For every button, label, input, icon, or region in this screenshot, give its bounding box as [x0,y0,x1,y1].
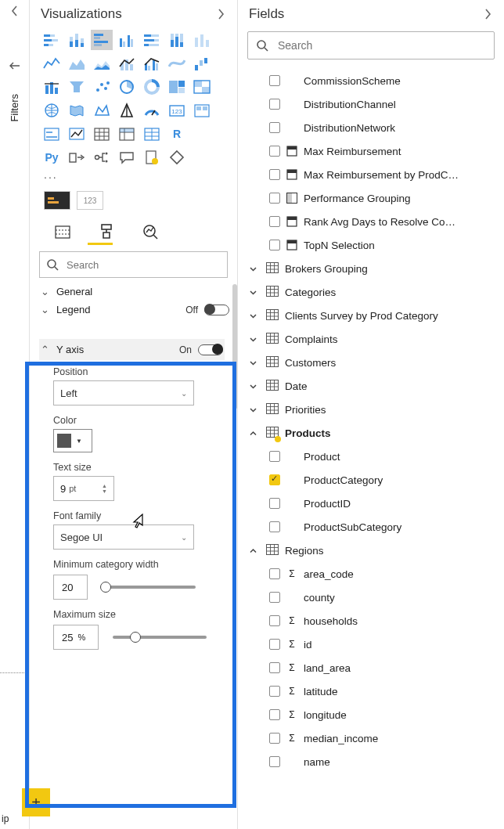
hundred-stacked-bar-icon[interactable] [141,30,163,50]
table2-icon[interactable] [141,124,163,144]
more-visuals-button[interactable]: ··· [30,171,237,188]
format-search-input[interactable] [65,258,221,272]
field-checkbox[interactable] [269,662,280,673]
shape-map-icon[interactable] [91,100,113,121]
field-item[interactable]: Σlatitude [246,679,496,703]
stacked-area-icon[interactable] [91,53,113,74]
field-checkbox[interactable] [269,240,280,251]
field-checkbox[interactable] [269,639,280,650]
field-item[interactable]: Max Reimbursement [246,139,496,163]
field-checkbox[interactable] [269,498,280,509]
table-item[interactable]: Clients Survey by Prod Category [246,304,496,327]
field-checkbox[interactable] [269,122,280,133]
field-item[interactable]: TopN Selection [246,233,496,257]
pie-icon[interactable] [116,77,138,97]
paginated-icon[interactable] [141,147,163,168]
field-checkbox[interactable] [269,146,280,157]
field-item[interactable]: DistributionNetwork [246,116,496,139]
yaxis-toggle[interactable] [198,344,223,355]
slicer-icon[interactable] [66,124,88,144]
field-well-values[interactable] [44,191,70,210]
table-item[interactable]: Customers [246,351,496,374]
format-section-yaxis[interactable]: ⌃ Y axis On [39,339,225,360]
map2-icon[interactable] [41,100,63,121]
ribbon-icon[interactable] [166,53,188,74]
area-line-icon[interactable] [41,53,63,74]
field-item[interactable]: CommissionScheme [246,69,496,92]
table-item[interactable]: Categories [246,280,496,304]
field-item[interactable]: Σid [246,633,496,656]
field-checkbox[interactable] [269,756,280,767]
qna-icon[interactable] [116,147,138,168]
field-checkbox[interactable] [269,615,280,626]
azure-map-icon[interactable] [116,100,138,121]
field-well-drill[interactable]: 123 [77,191,103,210]
textsize-stepper[interactable]: 9 pt ▲▼ [53,476,114,501]
hundred-stacked-column-icon[interactable] [166,30,188,50]
filters-label[interactable]: Filters [9,94,20,121]
field-item[interactable]: Product [246,445,496,468]
legend-toggle[interactable] [204,305,229,315]
funnel2-icon[interactable] [66,77,88,97]
field-item[interactable]: DistributionChannel [246,92,496,116]
table-item[interactable]: Priorities [246,398,496,421]
table-item[interactable]: Products [246,421,496,445]
mincat-slider[interactable] [102,586,196,589]
kpi-icon[interactable] [41,124,63,144]
stacked-bar-icon[interactable] [41,30,63,50]
donut-icon[interactable] [141,77,163,97]
fields-tab[interactable] [52,221,74,243]
field-checkbox[interactable] [269,568,280,579]
stepper-arrows[interactable]: ▲▼ [102,483,107,494]
field-checkbox[interactable] [269,75,280,86]
field-item[interactable]: Σlongitude [246,703,496,726]
field-item[interactable]: Rank Avg Days to Resolve Co… [246,210,496,233]
field-checkbox[interactable] [269,521,280,532]
stacked-column-icon[interactable] [66,30,88,50]
multi-card-icon[interactable] [191,100,213,121]
scatter-icon[interactable] [91,77,113,97]
table-icon[interactable] [91,124,113,144]
format-section-legend[interactable]: ⌄ Legend Off [39,302,231,317]
field-item[interactable]: ProductSubCategory [246,515,496,539]
field-item[interactable]: Σmedian_income [246,726,496,750]
field-item[interactable]: Σland_area [246,656,496,679]
decomposition-icon[interactable] [91,147,113,168]
mincat-input[interactable]: 20 [53,575,88,600]
field-checkbox[interactable] [269,592,280,603]
fields-search[interactable] [247,31,495,59]
funnel-icon[interactable] [41,77,63,97]
format-tab[interactable] [95,221,117,243]
field-checkbox[interactable] [269,451,280,462]
maxsize-input[interactable]: 25 % [53,625,99,650]
field-item[interactable]: ProductID [246,492,496,515]
field-checkbox[interactable] [269,193,280,204]
table-item[interactable]: Brokers Grouping [246,257,496,280]
chevron-right-icon[interactable] [215,6,226,22]
map-icon[interactable] [191,77,213,97]
field-item[interactable]: Σarea_code [246,562,496,586]
custom-visual-icon[interactable] [166,147,188,168]
color-picker[interactable]: ▼ [53,429,92,452]
field-item[interactable]: Σhouseholds [246,609,496,633]
field-item[interactable]: Performance Grouping [246,186,496,210]
field-checkbox[interactable] [269,474,280,485]
chevron-right-icon[interactable] [482,6,493,22]
table-item[interactable]: Regions [246,539,496,562]
fields-search-input[interactable] [276,38,486,52]
line-stacked-column-icon[interactable] [116,53,138,74]
area-icon[interactable] [66,53,88,74]
key-influencers-icon[interactable] [66,147,88,168]
table-item[interactable]: Complaints [246,327,496,351]
field-item[interactable]: county [246,586,496,609]
gauge-icon[interactable] [141,100,163,121]
field-checkbox[interactable] [269,709,280,720]
line-clustered-column-icon[interactable] [141,53,163,74]
position-select[interactable]: Left ⌄ [53,380,194,405]
font-select[interactable]: Segoe UI ⌄ [53,524,194,550]
format-section-general[interactable]: ⌄ General [39,284,231,299]
filled-map-icon[interactable] [66,100,88,121]
matrix-icon[interactable] [116,124,138,144]
python-visual-icon[interactable]: Py [41,147,63,168]
add-page-button[interactable]: + [22,788,50,816]
